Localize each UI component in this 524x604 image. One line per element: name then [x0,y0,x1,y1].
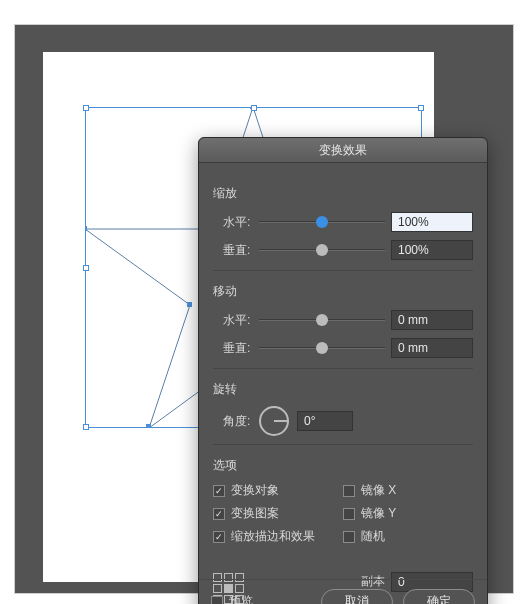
scale-v-label: 垂直 [213,242,247,259]
checkbox-icon [343,485,355,497]
scale-h-input[interactable]: 100% [391,212,473,232]
checkbox-random[interactable]: 随机 [343,528,473,545]
move-vertical-row: 垂直: 0 mm [213,336,473,360]
rotate-row: 角度: 0° [213,406,473,436]
dialog-title[interactable]: 变换效果 [199,138,487,163]
checkbox-scale-strokes[interactable]: ✓ 缩放描边和效果 [213,528,343,545]
scale-v-input[interactable]: 100% [391,240,473,260]
cancel-button[interactable]: 取消 [321,589,393,605]
resize-handle-tl[interactable] [83,105,89,111]
resize-handle-ml[interactable] [83,265,89,271]
slider-thumb-icon[interactable] [316,244,328,256]
transform-effect-dialog: 变换效果 缩放 水平: 100% 垂直: 100% [198,137,488,604]
slider-thumb-icon[interactable] [316,314,328,326]
scale-h-slider[interactable] [253,212,391,232]
move-h-input[interactable]: 0 mm [391,310,473,330]
move-horizontal-row: 水平: 0 mm [213,308,473,332]
checkbox-mirror-x[interactable]: 镜像 X [343,482,473,499]
app-root: 变换效果 缩放 水平: 100% 垂直: 100% [0,0,524,604]
options-grid: ✓ 变换对象 镜像 X ✓ 变换图案 镜像 Y [213,482,473,545]
checkbox-preview[interactable]: 预览 [211,593,253,604]
checkbox-icon: ✓ [213,508,225,520]
resize-handle-tr[interactable] [418,105,424,111]
checkbox-label: 镜像 Y [361,505,396,522]
divider [213,270,473,271]
move-h-slider[interactable] [253,310,391,330]
checkbox-label: 变换图案 [231,505,279,522]
move-v-label: 垂直 [213,340,247,357]
slider-thumb-icon[interactable] [316,342,328,354]
angle-dial[interactable] [259,406,289,436]
section-options-title: 选项 [213,457,473,474]
resize-handle-bl[interactable] [83,424,89,430]
checkbox-label: 预览 [229,593,253,604]
angle-input[interactable]: 0° [297,411,353,431]
checkbox-icon [343,508,355,520]
angle-label: 角度 [213,413,247,430]
move-v-slider[interactable] [253,338,391,358]
checkbox-mirror-y[interactable]: 镜像 Y [343,505,473,522]
move-h-label: 水平 [213,312,247,329]
dialog-footer: 预览 取消 确定 [199,579,487,604]
document-window: 变换效果 缩放 水平: 100% 垂直: 100% [14,24,514,594]
checkbox-icon [343,531,355,543]
checkbox-transform-objects[interactable]: ✓ 变换对象 [213,482,343,499]
scale-h-label: 水平 [213,214,247,231]
divider [213,368,473,369]
checkbox-icon [211,596,223,605]
checkbox-icon: ✓ [213,485,225,497]
checkbox-label: 镜像 X [361,482,396,499]
ok-button[interactable]: 确定 [403,589,475,605]
section-rotate-title: 旋转 [213,381,473,398]
checkbox-label: 随机 [361,528,385,545]
checkbox-label: 缩放描边和效果 [231,528,315,545]
section-scale-title: 缩放 [213,185,473,202]
checkbox-icon: ✓ [213,531,225,543]
scale-v-slider[interactable] [253,240,391,260]
divider [213,444,473,445]
section-move-title: 移动 [213,283,473,300]
scale-vertical-row: 垂直: 100% [213,238,473,262]
slider-thumb-icon[interactable] [316,216,328,228]
checkbox-transform-patterns[interactable]: ✓ 变换图案 [213,505,343,522]
resize-handle-tm[interactable] [251,105,257,111]
dialog-body: 缩放 水平: 100% 垂直: 100% 移动 [199,163,487,604]
move-v-input[interactable]: 0 mm [391,338,473,358]
checkbox-label: 变换对象 [231,482,279,499]
scale-horizontal-row: 水平: 100% [213,210,473,234]
